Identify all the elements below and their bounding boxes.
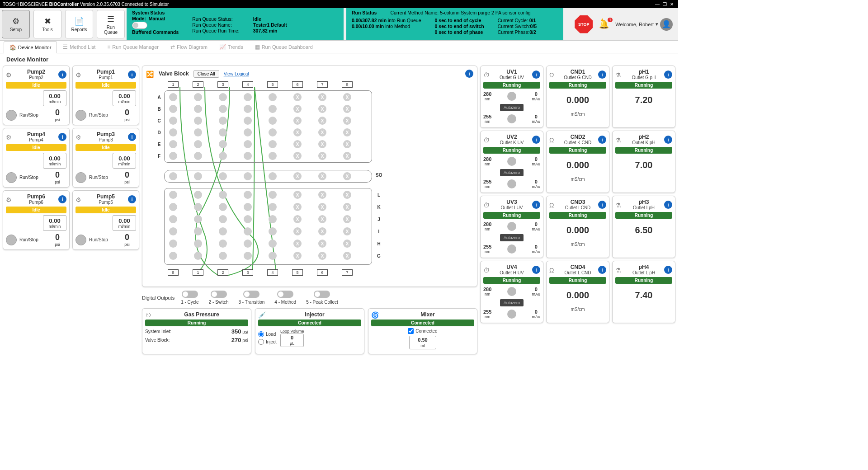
inject-radio[interactable]: Inject [258, 339, 277, 345]
valve-dot-F7[interactable]: X [318, 152, 326, 160]
valve-dot-I8[interactable]: X [343, 227, 351, 235]
run-stop-button[interactable] [75, 172, 86, 183]
digout-toggle-2[interactable] [211, 291, 227, 298]
valve-dot-C8[interactable]: X [343, 117, 351, 125]
mixer-connected-checkbox[interactable]: Connected [371, 328, 474, 334]
info-icon[interactable]: i [598, 201, 606, 209]
info-icon[interactable]: i [128, 195, 136, 203]
close-all-button[interactable]: Close All [193, 70, 219, 78]
valve-dot-C1[interactable] [169, 117, 177, 125]
valve-dot-B3[interactable] [219, 105, 227, 113]
valve-dot-K5[interactable] [269, 203, 277, 211]
run-stop-button[interactable] [75, 110, 86, 121]
valve-dot-D1[interactable] [169, 128, 177, 136]
info-icon[interactable]: i [664, 266, 672, 274]
valve-dot-K6[interactable]: X [293, 203, 302, 211]
valve-dot-J7[interactable]: X [318, 215, 326, 223]
valve-dot-C4[interactable] [244, 117, 252, 125]
valve-dot-J2[interactable] [194, 215, 202, 223]
digout-toggle-1[interactable] [182, 291, 198, 298]
info-icon[interactable]: i [58, 133, 66, 141]
info-icon[interactable]: i [598, 266, 606, 274]
valve-dot-C5[interactable] [269, 117, 277, 125]
uv-dot[interactable] [507, 92, 516, 101]
valve-dot-K7[interactable]: X [318, 203, 326, 211]
valve-dot-D5[interactable] [269, 128, 277, 136]
valve-dot-E5[interactable] [269, 140, 277, 148]
valve-dot-L5[interactable] [269, 191, 277, 199]
info-icon[interactable]: i [532, 266, 540, 274]
valve-dot-L3[interactable] [219, 191, 227, 199]
uv-dot[interactable] [507, 114, 516, 123]
setup-button[interactable]: ⚙Setup [2, 10, 30, 38]
valve-dot-A2[interactable] [194, 93, 202, 101]
view-logical-link[interactable]: View Logical [224, 71, 249, 76]
valve-dot-L2[interactable] [194, 191, 202, 199]
valve-dot-D4[interactable] [244, 128, 252, 136]
valve-dot-I1[interactable] [169, 227, 177, 235]
valve-dot-E8[interactable]: X [343, 140, 351, 148]
valve-dot-I2[interactable] [194, 227, 202, 235]
valve-dot-K3[interactable] [219, 203, 227, 211]
valve-dot-SO8[interactable]: X [343, 172, 351, 180]
info-icon[interactable]: i [532, 201, 540, 209]
valve-dot-B7[interactable]: X [318, 105, 326, 113]
info-icon[interactable]: i [532, 136, 540, 144]
valve-dot-H1[interactable] [169, 240, 177, 248]
valve-dot-J3[interactable] [219, 215, 227, 223]
valve-dot-C7[interactable]: X [318, 117, 326, 125]
autozero-button[interactable]: Autozero [500, 299, 524, 306]
valve-dot-I6[interactable]: X [293, 227, 302, 235]
valve-dot-K2[interactable] [194, 203, 202, 211]
valve-dot-SO3[interactable] [219, 172, 227, 180]
valve-dot-A8[interactable]: X [343, 93, 351, 101]
uv-dot[interactable] [507, 244, 516, 254]
valve-dot-K8[interactable]: X [343, 203, 351, 211]
valve-dot-E2[interactable] [194, 140, 202, 148]
info-icon[interactable]: i [58, 70, 66, 79]
info-icon[interactable]: i [128, 70, 136, 79]
valve-dot-J5[interactable] [269, 215, 277, 223]
valve-dot-I3[interactable] [219, 227, 227, 235]
valve-dot-J1[interactable] [169, 215, 177, 223]
valve-dot-G4[interactable] [244, 252, 252, 260]
valve-dot-F2[interactable] [194, 152, 202, 160]
reports-button[interactable]: 📄Reports [65, 10, 93, 38]
valve-dot-E7[interactable]: X [318, 140, 326, 148]
digout-toggle-3[interactable] [243, 291, 259, 298]
valve-dot-G7[interactable]: X [318, 252, 326, 260]
minimize-icon[interactable]: — [654, 2, 661, 7]
uv-dot[interactable] [507, 287, 516, 296]
info-icon[interactable]: i [58, 195, 66, 203]
valve-dot-L1[interactable] [169, 191, 177, 199]
load-radio[interactable]: Load [258, 331, 277, 337]
valve-dot-B2[interactable] [194, 105, 202, 113]
valve-dot-G3[interactable] [219, 252, 227, 260]
valve-dot-A5[interactable] [269, 93, 277, 101]
valve-dot-I4[interactable] [244, 227, 252, 235]
tab-flow-diagram[interactable]: ⇄Flow Diagram [165, 41, 213, 53]
valve-dot-SO5[interactable] [269, 172, 277, 180]
valve-dot-A7[interactable]: X [318, 93, 326, 101]
alerts-bell-icon[interactable]: 🔔▲1 [599, 19, 609, 29]
autozero-button[interactable]: Autozero [500, 104, 524, 111]
valve-dot-A1[interactable] [169, 93, 177, 101]
info-icon[interactable]: i [664, 70, 672, 79]
valve-dot-G2[interactable] [194, 252, 202, 260]
valve-dot-E1[interactable] [169, 140, 177, 148]
loop-volume-field[interactable]: 0µL [280, 334, 304, 347]
valve-dot-A4[interactable] [244, 93, 252, 101]
valve-dot-F1[interactable] [169, 152, 177, 160]
valve-dot-I7[interactable]: X [318, 227, 326, 235]
valve-dot-B1[interactable] [169, 105, 177, 113]
run-stop-button[interactable] [6, 172, 17, 183]
user-menu[interactable]: Welcome, Robert ▾ 👤 [615, 18, 673, 31]
valve-dot-G1[interactable] [169, 252, 177, 260]
valve-dot-H3[interactable] [219, 240, 227, 248]
valve-dot-SO2[interactable] [194, 172, 202, 180]
tab-method-list[interactable]: ☰Method List [57, 41, 101, 53]
valve-dot-K1[interactable] [169, 203, 177, 211]
run-stop-button[interactable] [75, 235, 86, 245]
valve-dot-H8[interactable]: X [343, 240, 351, 248]
valve-dot-L8[interactable]: X [343, 191, 351, 199]
